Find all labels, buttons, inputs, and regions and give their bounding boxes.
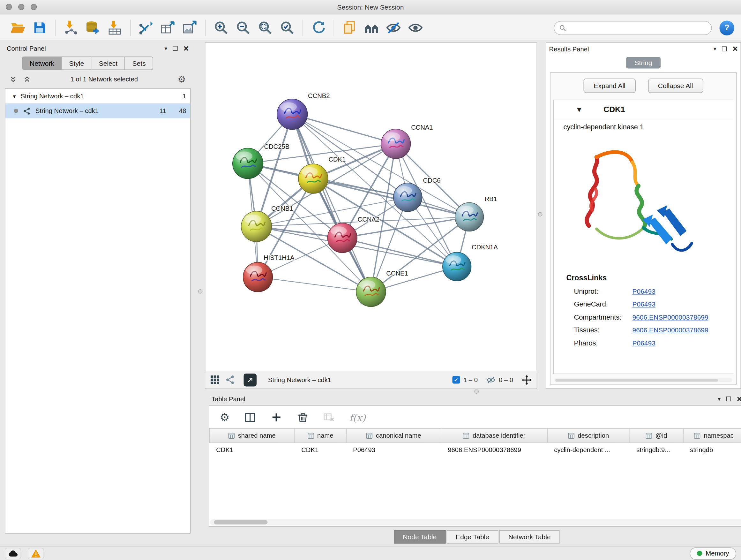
network-overview-icon[interactable] <box>226 375 235 385</box>
export-image-button[interactable] <box>179 17 201 38</box>
column-header-canonical-name[interactable]: canonical name <box>346 428 441 443</box>
panel-float-icon[interactable] <box>722 47 727 51</box>
network-node-CCNE1[interactable] <box>356 277 386 307</box>
birdseye-button[interactable] <box>360 17 383 38</box>
expand-all-button[interactable]: Expand All <box>584 78 635 93</box>
network-node-CDK1[interactable] <box>298 164 328 193</box>
import-network-file-button[interactable] <box>60 17 82 38</box>
network-node-CDC25B[interactable] <box>232 148 263 179</box>
column-header-id[interactable]: @id <box>630 428 683 443</box>
column-header-description[interactable]: description <box>547 428 630 443</box>
network-node-CCNA1[interactable] <box>381 129 411 159</box>
save-session-button[interactable] <box>29 17 51 38</box>
import-table-button[interactable] <box>104 17 126 38</box>
crosslink-link[interactable]: P06493 <box>632 300 656 308</box>
cell-name[interactable]: CDK1 <box>294 443 346 457</box>
tab-style[interactable]: Style <box>62 57 91 70</box>
column-header-name[interactable]: name <box>294 428 346 443</box>
network-collection-row[interactable]: ▾ String Network – cdk1 1 <box>5 89 190 104</box>
tab-network-table[interactable]: Network Table <box>499 530 560 544</box>
hide-graphics-details-button[interactable] <box>383 17 405 38</box>
cell-shared-name[interactable]: CDK1 <box>209 443 294 457</box>
zoom-selected-button[interactable] <box>276 17 298 38</box>
open-session-button[interactable] <box>7 17 29 38</box>
copy-button[interactable] <box>339 17 360 38</box>
column-header-database-identifier[interactable]: database identifier <box>441 428 547 443</box>
tab-network[interactable]: Network <box>22 57 62 70</box>
network-node-CDC6[interactable] <box>394 183 422 212</box>
memory-button[interactable]: Memory <box>690 547 736 560</box>
cell-description[interactable]: cyclin-dependent ... <box>547 443 630 457</box>
minimize-window-button[interactable] <box>18 4 24 10</box>
selected-counts[interactable]: ✓ 1 – 0 <box>452 376 478 384</box>
crosslink-link[interactable]: 9606.ENSP00000378699 <box>632 313 709 321</box>
panel-float-icon[interactable] <box>173 46 178 51</box>
panel-close-icon[interactable]: × <box>733 45 738 53</box>
pan-crosshair-icon[interactable] <box>522 375 532 385</box>
cloud-button[interactable] <box>5 548 21 559</box>
panel-float-icon[interactable] <box>726 396 731 401</box>
close-window-button[interactable] <box>6 4 12 10</box>
panel-close-icon[interactable]: × <box>184 44 189 53</box>
left-splitter-handle[interactable] <box>198 289 203 294</box>
collapse-all-button[interactable]: Collapse All <box>648 78 703 93</box>
expand-all-icon[interactable] <box>23 75 31 83</box>
crosslink-link[interactable]: P06493 <box>632 287 656 295</box>
crosslink-link[interactable]: P06493 <box>632 339 656 347</box>
panel-collapse-icon[interactable]: ▾ <box>164 46 167 51</box>
zoom-in-button[interactable] <box>210 17 232 38</box>
external-link-button[interactable] <box>244 373 257 386</box>
column-header-namespace[interactable]: namespac <box>683 428 741 443</box>
grid-view-icon[interactable] <box>210 375 220 385</box>
tab-edge-table[interactable]: Edge Table <box>447 530 498 544</box>
bottom-splitter-handle[interactable] <box>475 389 479 394</box>
network-row-selected[interactable]: String Network – cdk1 11 48 <box>5 104 190 118</box>
right-splitter-handle[interactable] <box>538 212 542 217</box>
network-graph[interactable]: CCNB2CCNA1CDC25BCDK1CDC6RB1CCNB1CCNA2CDK… <box>205 43 537 371</box>
cell-id[interactable]: stringdb:9... <box>630 443 683 457</box>
results-scrollbar[interactable] <box>554 378 732 382</box>
delete-column-icon[interactable] <box>296 412 309 424</box>
tab-sets[interactable]: Sets <box>125 57 153 70</box>
protein-entry-header[interactable]: ▼ CDK1 <box>554 100 733 119</box>
panel-collapse-icon[interactable]: ▾ <box>714 46 717 52</box>
cell-database-identifier[interactable]: 9606.ENSP00000378699 <box>441 443 547 457</box>
panel-collapse-icon[interactable]: ▾ <box>718 396 721 402</box>
table-row[interactable]: CDK1 CDK1 P06493 9606.ENSP00000378699 cy… <box>209 443 741 457</box>
network-node-RB1[interactable] <box>455 203 484 232</box>
search-input[interactable] <box>569 24 707 32</box>
string-tab-badge[interactable]: String <box>626 57 661 69</box>
cell-canonical-name[interactable]: P06493 <box>346 443 441 457</box>
hidden-counts[interactable]: 0 – 0 <box>486 375 513 384</box>
panel-close-icon[interactable]: × <box>737 395 741 403</box>
apply-layout-button[interactable] <box>307 17 329 38</box>
gear-icon[interactable]: ⚙ <box>178 74 186 84</box>
collapse-all-icon[interactable] <box>10 75 17 83</box>
zoom-out-button[interactable] <box>232 17 254 38</box>
warnings-button[interactable] <box>28 548 44 559</box>
crosslink-link[interactable]: 9606.ENSP00000378699 <box>632 326 709 334</box>
maximize-window-button[interactable] <box>30 4 37 10</box>
export-table-button[interactable] <box>157 17 179 38</box>
column-header-shared-name[interactable]: shared name <box>209 428 294 443</box>
function-builder-icon[interactable]: f(x) <box>349 412 365 423</box>
entry-expander-icon[interactable]: ▼ <box>576 106 583 113</box>
add-column-icon[interactable] <box>270 412 282 424</box>
show-columns-icon[interactable] <box>244 412 256 424</box>
show-graphics-details-button[interactable] <box>405 17 427 38</box>
network-node-CDKN1A[interactable] <box>443 252 471 281</box>
tab-node-table[interactable]: Node Table <box>394 530 446 544</box>
tree-expander-icon[interactable]: ▾ <box>13 92 16 99</box>
import-network-database-button[interactable] <box>82 17 104 38</box>
cell-namespace[interactable]: stringdb <box>683 443 741 457</box>
table-settings-gear-icon[interactable]: ⚙ <box>220 412 230 423</box>
table-horizontal-scrollbar[interactable] <box>210 519 741 525</box>
network-node-HIST1H1A[interactable] <box>243 262 273 292</box>
tab-select[interactable]: Select <box>91 57 125 70</box>
network-node-CCNA2[interactable] <box>327 223 357 253</box>
network-canvas[interactable]: CCNB2CCNA1CDC25BCDK1CDC6RB1CCNB1CCNA2CDK… <box>205 43 537 371</box>
zoom-fit-button[interactable] <box>254 17 276 38</box>
help-button[interactable]: ? <box>720 20 735 36</box>
search-box[interactable] <box>554 21 712 35</box>
network-from-selection-button[interactable] <box>135 17 157 38</box>
